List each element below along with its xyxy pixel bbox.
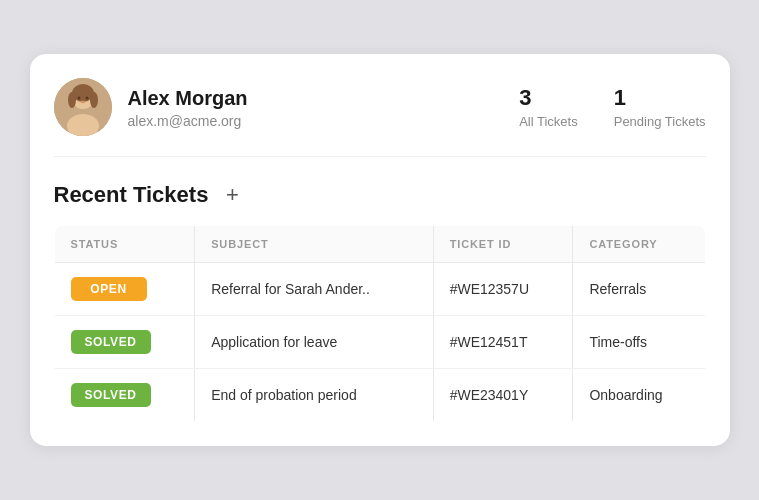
pending-tickets-label: Pending Tickets [614, 114, 706, 129]
svg-point-4 [68, 92, 76, 108]
profile-stats: 3 All Tickets 1 Pending Tickets [519, 85, 705, 128]
svg-point-6 [77, 97, 80, 100]
col-header-category: CATEGORY [573, 226, 705, 263]
table-header: STATUS SUBJECT TICKET ID CATEGORY [54, 226, 705, 263]
status-badge: OPEN [71, 277, 147, 301]
status-badge: SOLVED [71, 330, 151, 354]
profile-info: Alex Morgan alex.m@acme.org [128, 85, 520, 129]
table-row[interactable]: OPEN Referral for Sarah Ander.. #WE12357… [54, 263, 705, 316]
cell-category: Time-offs [573, 316, 705, 369]
table-header-row: STATUS SUBJECT TICKET ID CATEGORY [54, 226, 705, 263]
cell-subject: Application for leave [195, 316, 434, 369]
table-row[interactable]: SOLVED End of probation period #WE23401Y… [54, 369, 705, 422]
profile-name: Alex Morgan [128, 85, 520, 111]
col-header-ticket-id: TICKET ID [433, 226, 573, 263]
cell-subject: End of probation period [195, 369, 434, 422]
cell-ticket-id: #WE12357U [433, 263, 573, 316]
cell-category: Onboarding [573, 369, 705, 422]
status-badge: SOLVED [71, 383, 151, 407]
tickets-table: STATUS SUBJECT TICKET ID CATEGORY OPEN R… [54, 225, 706, 422]
cell-ticket-id: #WE23401Y [433, 369, 573, 422]
col-header-status: STATUS [54, 226, 195, 263]
recent-tickets-title: Recent Tickets [54, 182, 209, 208]
profile-email: alex.m@acme.org [128, 113, 520, 129]
svg-point-8 [80, 101, 85, 103]
all-tickets-stat: 3 All Tickets [519, 85, 578, 128]
all-tickets-label: All Tickets [519, 114, 578, 129]
all-tickets-count: 3 [519, 85, 578, 111]
cell-status: OPEN [54, 263, 195, 316]
profile-section: Alex Morgan alex.m@acme.org 3 All Ticket… [54, 78, 706, 157]
svg-point-7 [85, 97, 88, 100]
cell-status: SOLVED [54, 316, 195, 369]
table-body: OPEN Referral for Sarah Ander.. #WE12357… [54, 263, 705, 422]
pending-tickets-stat: 1 Pending Tickets [614, 85, 706, 128]
pending-tickets-count: 1 [614, 85, 706, 111]
avatar [54, 78, 112, 136]
cell-category: Referrals [573, 263, 705, 316]
cell-subject: Referral for Sarah Ander.. [195, 263, 434, 316]
svg-point-5 [90, 92, 98, 108]
main-card: Alex Morgan alex.m@acme.org 3 All Ticket… [30, 54, 730, 446]
recent-tickets-header: Recent Tickets + [54, 181, 706, 209]
col-header-subject: SUBJECT [195, 226, 434, 263]
cell-ticket-id: #WE12451T [433, 316, 573, 369]
add-ticket-button[interactable]: + [218, 181, 246, 209]
cell-status: SOLVED [54, 369, 195, 422]
table-row[interactable]: SOLVED Application for leave #WE12451T T… [54, 316, 705, 369]
